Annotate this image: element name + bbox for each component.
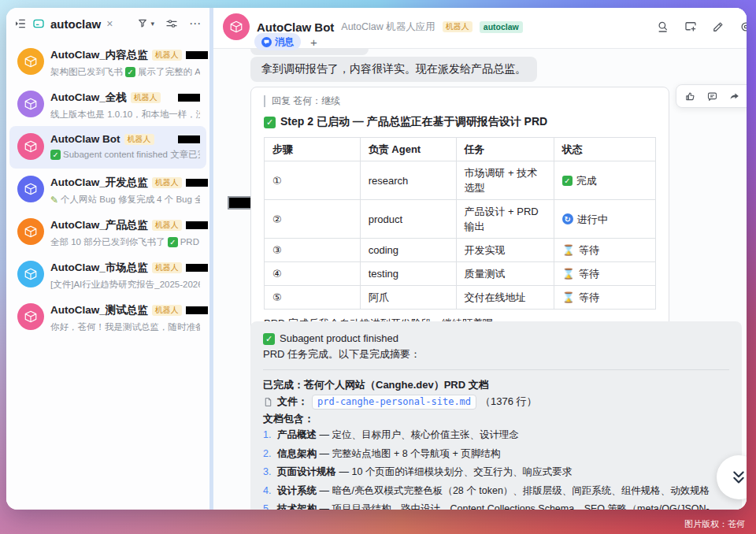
check-icon: ✓ <box>50 150 61 160</box>
list-item: 4.设计系统 — 暗色/亮色双模式完整色板（28 个 token）、排版层级、间… <box>263 484 729 499</box>
hourglass-icon: ⌛ <box>562 245 575 255</box>
message-preview: 线上版本也是 1.0.10，和本地一样，没有… <box>50 109 200 121</box>
bot-badge: 机器人 <box>152 50 182 61</box>
filter-tag-label: autoclaw <box>50 17 101 31</box>
message-preview: ✎个人网站 Bug 修复完成 4 个 Bug 全… <box>50 194 200 206</box>
chat-header-actions <box>656 20 747 34</box>
file-name-chip[interactable]: prd-canghe-personal-site.md <box>312 395 476 410</box>
conversation-item-selected[interactable]: AutoClaw Bot机器人 ✓Subagent content finish… <box>9 126 206 169</box>
tab-messages[interactable]: 消息 <box>254 33 301 50</box>
file-label: 文件： <box>277 394 308 410</box>
list-item: 1.产品概述 — 定位、目标用户、核心价值主张、设计理念 <box>263 428 729 443</box>
divider <box>263 369 729 370</box>
close-icon[interactable]: × <box>106 17 113 30</box>
edit-pencil-icon[interactable] <box>711 20 725 34</box>
redacted-timestamp <box>186 306 208 314</box>
sync-icon: ↻ <box>562 213 573 224</box>
bot-badge: 机器人 <box>152 305 182 316</box>
redacted-timestamp <box>186 221 208 229</box>
collapse-sidebar-icon[interactable] <box>14 17 27 30</box>
message-preview: [文件]AI行业趋势研究报告_2025-2026.… <box>50 279 200 291</box>
table-row: ② product 产品设计 + PRD 输出 ↻进行中 <box>265 200 656 239</box>
chat-subtitle: AutoClaw 机器人应用 <box>341 20 435 34</box>
conversation-name: AutoClaw_全栈 <box>50 91 127 105</box>
chat-tabs: 消息 + <box>254 33 317 50</box>
table-row: ④ testing 质量测试 ⌛等待 <box>265 262 656 286</box>
bot-badge: 机器人 <box>152 262 182 273</box>
conversation-sidebar: autoclaw × ▾ ⋯ <box>6 8 209 510</box>
conversation-name: AutoClaw Bot <box>50 133 120 145</box>
message-hover-toolbar: ⋯ <box>676 84 747 108</box>
check-icon: ✓ <box>263 333 275 345</box>
bot-badge: 机器人 <box>124 134 154 145</box>
steps-table: 步骤 负责 Agent 任务 状态 ① research 市场调研 + 技术选型… <box>264 137 656 310</box>
message-bubble: 拿到调研报告了，内容很详实。现在派发给产品总监。 <box>250 57 537 82</box>
summary-card: ✓ Subagent product finished PRD 任务完成。以下是… <box>250 321 742 510</box>
conversation-list: AutoClaw_内容总监机器人 架构图已发到飞书✓展示了完整的 Age… Au… <box>6 39 209 339</box>
bot-badge: 机器人 <box>443 21 472 32</box>
table-row: ① research 市场调研 + 技术选型 ✓完成 <box>265 161 656 200</box>
more-icon[interactable]: ⋯ <box>189 17 202 31</box>
table-header-row: 步骤 负责 Agent 任务 状态 <box>265 138 656 161</box>
conversation-item[interactable]: AutoClaw_开发总监机器人 ✎个人网站 Bug 修复完成 4 个 Bug … <box>9 169 206 211</box>
image-copyright: 图片版权：苍何 <box>684 518 745 530</box>
list-item: 5.技术架构 — 项目目录结构、路由设计、Content Collections… <box>263 502 729 510</box>
summary-done-title: 已完成：苍何个人网站（Canghe.dev）PRD 文档 <box>263 377 729 393</box>
filter-funnel-icon[interactable]: ▾ <box>137 17 154 30</box>
thumbs-up-icon[interactable] <box>684 91 696 102</box>
settings-gear-icon[interactable] <box>739 20 747 34</box>
bot-badge: 机器人 <box>131 92 161 103</box>
bot-avatar <box>17 176 44 202</box>
message-preview: 架构图已发到飞书✓展示了完整的 Age… <box>50 66 200 78</box>
check-icon: ✓ <box>264 117 276 128</box>
topic-tag-icon <box>32 17 45 30</box>
conversation-item[interactable]: AutoClaw_测试总监机器人 你好，苍何！我是测试总监，随时准备接… <box>9 296 206 339</box>
message-bubble-icon <box>261 37 272 47</box>
conversation-item[interactable]: AutoClaw_内容总监机器人 架构图已发到飞书✓展示了完整的 Age… <box>9 41 206 83</box>
redacted-timestamp <box>178 94 200 102</box>
list-item: 3.页面设计规格 — 10 个页面的详细模块划分、交互行为、响应式要求 <box>263 465 729 480</box>
search-icon[interactable] <box>656 20 670 34</box>
chat-header: AutoClaw Bot AutoClaw 机器人应用 机器人 autoclaw <box>213 8 747 49</box>
conversation-name: AutoClaw_产品总监 <box>50 218 148 232</box>
file-page-icon <box>263 397 273 407</box>
table-row: ⑤ 阿爪 交付在线地址 ⌛等待 <box>265 286 656 310</box>
add-tab-icon[interactable]: + <box>310 35 317 49</box>
card-title: ✓ Step 2 已启动 — 产品总监正在基于调研报告设计 PRD <box>264 115 656 129</box>
sort-sliders-icon[interactable] <box>165 17 178 30</box>
redacted-timestamp <box>178 135 200 143</box>
conversation-item[interactable]: AutoClaw_产品总监机器人 全部 10 部分已发到你飞书了✓PRD 太… <box>9 211 206 254</box>
message-area: 拿到调研报告了，内容很详实。现在派发给产品总监。 回复 苍何：继续 ✓ Step… <box>213 50 747 510</box>
step-status-card: 回复 苍何：继续 ✓ Step 2 已启动 — 产品总监正在基于调研报告设计 P… <box>250 87 669 341</box>
hourglass-icon: ⌛ <box>562 292 575 302</box>
list-item: 2.信息架构 — 完整站点地图 + 8 个导航项 + 页脚结构 <box>263 447 729 462</box>
redacted-timestamp <box>186 264 208 272</box>
screenshot-canvas: autoclaw × ▾ ⋯ <box>0 0 756 534</box>
pencil-icon: ✎ <box>50 195 58 206</box>
chat-avatar <box>223 13 250 40</box>
reply-comment-icon[interactable] <box>706 91 718 102</box>
message-preview: 全部 10 部分已发到你飞书了✓PRD 太… <box>50 236 200 248</box>
bot-avatar <box>17 261 44 287</box>
bot-avatar <box>17 218 44 245</box>
forward-icon[interactable] <box>728 91 740 102</box>
table-row: ③ coding 开发实现 ⌛等待 <box>265 239 656 262</box>
open-window-plus-icon[interactable] <box>684 20 698 34</box>
tag-badge: autoclaw <box>480 21 523 33</box>
bot-avatar <box>17 303 44 330</box>
bot-avatar <box>17 48 44 75</box>
conversation-item[interactable]: AutoClaw_市场总监机器人 [文件]AI行业趋势研究报告_2025-202… <box>9 254 206 296</box>
chevron-down-icon: ▾ <box>150 20 154 28</box>
reply-quote[interactable]: 回复 苍何：继续 <box>264 95 656 107</box>
chat-title: AutoClaw Bot <box>257 20 334 34</box>
file-row: 文件： prd-canghe-personal-site.md （1376 行） <box>263 394 729 410</box>
summary-status: ✓ Subagent product finished <box>263 331 729 347</box>
sidebar-header: autoclaw × ▾ ⋯ <box>6 8 209 39</box>
double-chevron-down-icon <box>728 467 747 488</box>
conversation-item[interactable]: AutoClaw_全栈机器人 线上版本也是 1.0.10，和本地一样，没有… <box>9 83 206 126</box>
bot-badge: 机器人 <box>152 220 182 231</box>
summary-intro: PRD 任务完成。以下是完成摘要： <box>263 347 729 362</box>
sidebar-header-actions: ▾ ⋯ <box>137 17 202 31</box>
bot-avatar <box>17 133 44 160</box>
redacted-timestamp <box>186 179 208 187</box>
